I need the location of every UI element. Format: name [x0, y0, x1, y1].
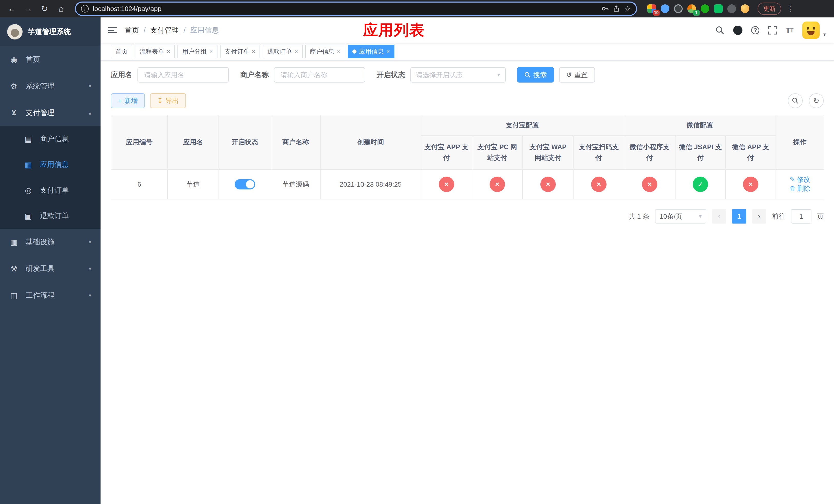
address-bar[interactable]: i localhost:1024/pay/app ☆ [75, 2, 637, 16]
chevron-down-icon: ▾ [89, 83, 91, 89]
next-page-button[interactable]: › [752, 209, 766, 224]
col-wx-lite: 微信小程序支付 [624, 136, 675, 169]
page-1-button[interactable]: 1 [732, 209, 746, 224]
close-icon[interactable]: × [294, 48, 298, 54]
col-app-id: 应用编号 [111, 115, 168, 169]
extension-icon[interactable] [741, 4, 749, 13]
server-icon: ▥ [9, 238, 19, 247]
refresh-table-icon[interactable]: ↻ [809, 93, 824, 108]
browser-forward-icon[interactable]: → [22, 2, 35, 15]
sidebar-item-refund-orders[interactable]: ▣ 退款订单 [0, 203, 101, 229]
delete-link[interactable]: 删除 [789, 184, 810, 193]
close-icon[interactable]: × [337, 48, 341, 54]
extension-icon[interactable] [714, 4, 723, 13]
fullscreen-icon[interactable] [768, 26, 777, 35]
search-button[interactable]: 搜索 [517, 67, 554, 83]
font-size-icon[interactable]: TT [786, 26, 793, 35]
col-wx-jsapi: 微信 JSAPI 支付 [675, 136, 725, 169]
tag-process-form[interactable]: 流程表单 × [135, 45, 175, 58]
alipay-pc-status-icon: × [489, 177, 505, 192]
password-key-icon[interactable] [601, 5, 609, 12]
chevron-up-icon: ▴ [89, 110, 91, 116]
export-button[interactable]: ↧ 导出 [150, 93, 186, 108]
sidebar-item-payment[interactable]: ¥ 支付管理 ▴ [0, 99, 101, 126]
user-avatar[interactable] [802, 22, 820, 39]
apps-table: 应用编号 应用名 开启状态 商户名称 创建时间 支付宝配置 微信配置 操作 支付… [111, 115, 824, 200]
close-icon[interactable]: × [386, 48, 390, 54]
sidebar-toggle-icon[interactable] [101, 27, 125, 33]
edit-icon: ✎ [790, 176, 795, 184]
breadcrumb-home[interactable]: 首页 [125, 25, 139, 35]
sidebar-item-infrastructure[interactable]: ▥ 基础设施 ▾ [0, 229, 101, 255]
browser-back-icon[interactable]: ← [5, 2, 19, 15]
page-unit-label: 页 [817, 212, 824, 221]
app-name-input[interactable] [137, 67, 229, 83]
edit-link[interactable]: ✎修改 [790, 175, 810, 184]
document-icon: ▣ [24, 211, 33, 221]
status-toggle[interactable] [235, 179, 255, 189]
sidebar-item-label: 系统管理 [26, 81, 54, 91]
breadcrumb-payment[interactable]: 支付管理 [150, 25, 179, 35]
page-size-select[interactable]: 10条/页 ▾ [655, 209, 706, 224]
reset-button[interactable]: ↺ 重置 [559, 67, 595, 83]
sidebar-item-devtools[interactable]: ⚒ 研发工具 ▾ [0, 255, 101, 282]
browser-home-icon[interactable]: ⌂ [54, 2, 68, 15]
close-icon[interactable]: × [252, 48, 256, 54]
extension-icon[interactable] [674, 4, 683, 13]
extension-icon[interactable] [701, 4, 709, 13]
filter-app-name: 应用名 [111, 67, 229, 83]
site-info-icon[interactable]: i [81, 5, 89, 13]
extension-icon[interactable]: 1 [687, 4, 696, 13]
sidebar-item-merchant-info[interactable]: ▤ 商户信息 [0, 126, 101, 152]
cell-app-name: 芋道 [168, 169, 219, 199]
browser-update-button[interactable]: 更新 [758, 3, 781, 15]
add-button[interactable]: + 新增 [111, 93, 145, 108]
sidebar-item-app-info[interactable]: ▦ 应用信息 [0, 152, 101, 177]
status-select[interactable]: 请选择开启状态 ▾ [410, 67, 506, 83]
breadcrumb-separator: / [144, 26, 146, 35]
toggle-search-icon[interactable] [788, 93, 803, 108]
gear-icon: ⚙ [9, 82, 19, 91]
extension-badge: 1 [693, 10, 700, 16]
merchant-name-input[interactable] [274, 67, 365, 83]
browser-reload-icon[interactable]: ↻ [38, 2, 51, 15]
chevron-down-icon[interactable]: ▾ [823, 31, 826, 38]
tag-label: 用户分组 [182, 47, 207, 55]
app-logo-row[interactable]: 芋道管理系统 [0, 18, 101, 46]
chevron-down-icon: ▾ [89, 292, 91, 298]
close-icon[interactable]: × [209, 48, 213, 54]
tag-merchant-info[interactable]: 商户信息 × [305, 45, 345, 58]
wx-lite-status-icon: × [642, 177, 657, 192]
sidebar-item-system[interactable]: ⚙ 系统管理 ▾ [0, 73, 101, 99]
browser-menu-icon[interactable]: ⋮ [784, 4, 796, 13]
tag-app-info[interactable]: 应用信息 × [348, 45, 394, 58]
extension-icon[interactable]: 10 [647, 4, 656, 13]
extension-icon[interactable] [727, 4, 736, 13]
bookmark-star-icon[interactable]: ☆ [624, 4, 631, 13]
search-icon[interactable] [715, 26, 724, 35]
share-icon[interactable] [613, 5, 620, 12]
tag-home[interactable]: 首页 [111, 45, 132, 58]
plus-icon: + [118, 97, 122, 105]
prev-page-button[interactable]: ‹ [712, 209, 726, 224]
github-icon[interactable] [733, 26, 743, 35]
sidebar-item-workflow[interactable]: ◫ 工作流程 ▾ [0, 282, 101, 308]
help-icon[interactable]: ? [751, 26, 760, 35]
sidebar-item-home[interactable]: ◉ 首页 [0, 46, 101, 73]
tag-user-group[interactable]: 用户分组 × [177, 45, 218, 58]
sidebar-item-pay-orders[interactable]: ◎ 支付订单 [0, 177, 101, 203]
col-alipay-qr: 支付宝扫码支付 [574, 136, 624, 169]
close-icon[interactable]: × [167, 48, 170, 54]
goto-page-input[interactable] [791, 209, 811, 224]
breadcrumb-current: 应用信息 [190, 25, 219, 35]
page-content: 应用名 商户名称 开启状态 请选择开启状态 ▾ [101, 61, 834, 504]
download-icon: ↧ [157, 97, 163, 105]
tag-refund-orders[interactable]: 退款订单 × [263, 45, 303, 58]
wx-app-status-icon: × [743, 177, 758, 192]
url-text[interactable]: localhost:1024/pay/app [93, 5, 161, 13]
tag-pay-orders[interactable]: 支付订单 × [220, 45, 260, 58]
card-icon: ▤ [24, 135, 33, 143]
yen-icon: ¥ [9, 109, 19, 117]
extension-icon[interactable] [661, 4, 670, 13]
breadcrumb: 首页 / 支付管理 / 应用信息 [125, 25, 219, 35]
